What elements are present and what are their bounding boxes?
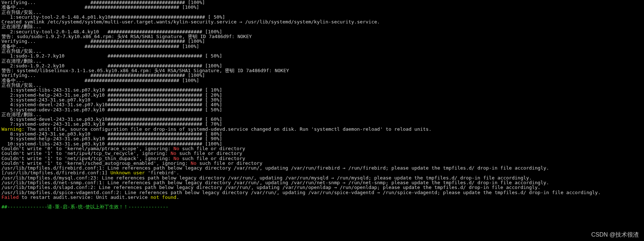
- terminal-line: Verifying... ###########################…: [1, 39, 643, 44]
- terminal-line: 准备中... #################################…: [1, 5, 643, 10]
- terminal-line: Warning: The unit file, source configura…: [1, 127, 643, 131]
- terminal-line: 5:systemd-udev-243-31.se.p07.ky10 ######…: [1, 107, 643, 112]
- terminal-line: Couldn't write '1' to 'net/ipv4/tcp_thin…: [1, 156, 643, 161]
- terminal-line: 警告: sudo/sudo-1.9.2-7.ky10.x86_64.rpm: 头…: [1, 34, 643, 39]
- terminal-segment: not found: [151, 194, 176, 200]
- terminal-line: /usr/lib/tmpfiles.d/slapd.conf:2: Line r…: [1, 185, 643, 190]
- terminal-line: 7:systemd-udev-243-31.se.p03.ky10 ######…: [1, 122, 643, 126]
- terminal-line: Verifying... ###########################…: [1, 0, 643, 5]
- terminal-line: 准备中... #################################…: [1, 44, 643, 49]
- terminal-line: /usr/lib/tmpfiles.d/mysql.conf:23: Line …: [1, 175, 643, 180]
- terminal-line: 8:systemd-243-31.se.p03.ky10 ###########…: [1, 131, 643, 136]
- terminal-segment: to restart audit.service: Unit audit.ser…: [19, 194, 151, 200]
- terminal-line: ##--------------请-重-启-系-统-使以上补丁生效！！-----…: [1, 204, 643, 209]
- terminal-line: [1, 200, 643, 204]
- terminal-line: 警告: systemd/libselinux-3.1-1.se.05.ky10.…: [1, 68, 643, 73]
- terminal-line: Verifying... ###########################…: [1, 73, 643, 78]
- terminal-segment: .: [176, 194, 179, 200]
- terminal-line: /usr/lib/tmpfiles.d/spice-vdagentd.conf:…: [1, 190, 643, 195]
- terminal-line: 准备中... #################################…: [1, 78, 643, 83]
- watermark-text: CSDN @技术很渣: [591, 231, 639, 239]
- terminal-line: 6:systemd-devel-243-31.se.p03.ky10######…: [1, 117, 643, 122]
- terminal-line: /usr/lib/tmpfiles.d/firebird.conf:1: Lin…: [1, 166, 643, 170]
- terminal-line: 正在清理/删除...: [1, 112, 643, 117]
- terminal-line: 2:sudo-1.9.2-2.ky10 ####################…: [1, 63, 643, 68]
- terminal-line: 正在升级/安装...: [1, 83, 643, 88]
- terminal-output: Verifying... ###########################…: [0, 0, 644, 210]
- terminal-line: 正在清理/删除...: [1, 59, 643, 63]
- terminal-line: 2:security-tool-2.0-1.48.4.ky10 ########…: [1, 29, 643, 34]
- terminal-line: 1:security-tool-2.0-1.48.4.p01.ky10#####…: [1, 15, 643, 19]
- terminal-line: Couldn't write '1' to 'kernel/sched_auto…: [1, 161, 643, 166]
- terminal-line: 9:systemd-help-243-31.se.p03.ky10 ######…: [1, 136, 643, 141]
- terminal-segment: ##--------------请-重-启-系-统-使以上补丁生效！！-----…: [1, 204, 169, 210]
- terminal-line: 3:systemd-243-31.se.p07.ky10 ###########…: [1, 97, 643, 102]
- terminal-line: 10:systemd-libs-243-31.se.p03.ky10 #####…: [1, 141, 643, 146]
- terminal-line: 1:systemd-libs-243-31.se.p07.ky10 ######…: [1, 88, 643, 92]
- terminal-line: 正在清理/删除...: [1, 24, 643, 29]
- terminal-segment: Created symlink /etc/systemd/system/mult…: [1, 19, 380, 25]
- terminal-line: 4:systemd-devel-243-31.se.p07.ky10######…: [1, 102, 643, 107]
- terminal-line: /usr/lib/tmpfiles.d/net-snmp.conf:1: Lin…: [1, 180, 643, 185]
- terminal-line: 2:systemd-help-243-31.se.p07.ky10 ######…: [1, 93, 643, 97]
- terminal-line: 1:sudo-1.9.2-7.ky10 ####################…: [1, 53, 643, 58]
- terminal-line: Created symlink /etc/systemd/system/mult…: [1, 19, 643, 24]
- terminal-line: 正在升级/安装...: [1, 10, 643, 15]
- terminal-line: [/usr/lib/tmpfiles.d/firebird.conf:1] Un…: [1, 170, 643, 175]
- terminal-line: 正在升级/安装...: [1, 49, 643, 53]
- terminal-line: Failed to restart audit.service: Unit au…: [1, 195, 643, 200]
- terminal-line: Couldn't write '0' to 'kernel/yama/ptrac…: [1, 146, 643, 151]
- terminal-line: Couldn't write '1' to 'net/ipv4/tcp_tw_r…: [1, 151, 643, 156]
